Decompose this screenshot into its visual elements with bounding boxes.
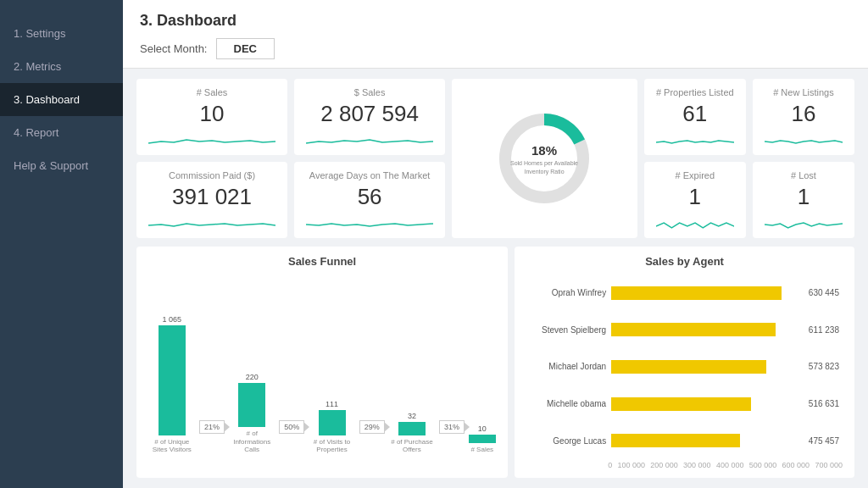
agent-val-2: 611 238 — [809, 325, 839, 335]
funnel-title: Sales Funnel — [148, 255, 496, 268]
agent-bar-1 — [611, 286, 781, 300]
metric-expired: # Expired 1 — [644, 162, 746, 238]
funnel-bar-4-rect — [398, 422, 426, 435]
funnel-bar-3-rect — [319, 410, 346, 435]
agent-bar-wrap-5 — [611, 434, 800, 447]
expired-value: 1 — [656, 184, 734, 210]
avg-days-value: 56 — [306, 184, 433, 210]
agent-bar-4 — [611, 397, 751, 411]
agent-bar-wrap-1 — [611, 286, 800, 300]
charts-row: Sales Funnel 1 065 # of Unique Sites Vis… — [136, 247, 854, 478]
sales-dollar-value: 2 807 594 — [306, 101, 433, 127]
lost-sparkline — [765, 216, 843, 233]
funnel-pct-2: 50% — [279, 420, 304, 434]
agent-bar-5 — [611, 434, 739, 447]
funnel-bar-5-label: # Sales — [470, 446, 493, 454]
page-title: 3. Dashboard — [140, 12, 851, 30]
dashboard-content: # Sales 10 $ Sales 2 807 594 — [123, 69, 868, 488]
donut-chart: 18% Sold Homes per Available Inventory R… — [452, 79, 637, 238]
funnel-bar-5-count: 10 — [478, 424, 487, 433]
funnel-pct-1: 21% — [199, 420, 225, 434]
agent-bar-wrap-3 — [611, 360, 800, 374]
sales-dollar-sparkline — [306, 133, 433, 150]
agent-name-1: Oprah Winfrey — [530, 288, 606, 297]
agent-bar-3 — [611, 360, 766, 374]
commission-value: 391 021 — [148, 184, 275, 210]
agent-name-5: George Lucas — [530, 436, 606, 446]
sales-dollar-label: $ Sales — [306, 87, 433, 97]
sidebar-item-help[interactable]: Help & Support — [0, 149, 123, 182]
metric-sales-count: # Sales 10 — [136, 79, 287, 155]
agent-row-3: Michael Jordan 573 823 — [530, 360, 839, 374]
sidebar-item-metrics[interactable]: 2. Metrics — [0, 50, 123, 83]
new-listings-value: 16 — [765, 101, 843, 127]
agent-row-2: Steven Spielberg 611 238 — [530, 323, 839, 336]
funnel-bar-3-count: 111 — [326, 400, 338, 408]
funnel-bar-4-count: 32 — [408, 412, 416, 420]
svg-text:Inventory Ratio: Inventory Ratio — [525, 169, 565, 175]
metric-properties-listed: # Properties Listed 61 — [644, 79, 746, 155]
funnel-bar-2-count: 220 — [246, 373, 259, 381]
main-content: 3. Dashboard Select Month: DEC # Sales 1… — [123, 0, 868, 488]
agent-row-1: Oprah Winfrey 630 445 — [530, 286, 839, 300]
expired-sparkline — [656, 216, 734, 233]
lost-label: # Lost — [765, 170, 843, 180]
month-value[interactable]: DEC — [216, 38, 275, 59]
sidebar-item-dashboard[interactable]: 3. Dashboard — [0, 83, 123, 116]
metrics-right-bottom: # Expired 1 # Lost 1 — [644, 162, 854, 238]
funnel-bar-3-label: # of Visits to Properties — [309, 438, 355, 454]
metrics-top-row: # Sales 10 $ Sales 2 807 594 — [136, 79, 854, 238]
properties-listed-sparkline — [656, 133, 734, 150]
avg-days-sparkline — [306, 216, 433, 233]
agent-val-3: 573 823 — [809, 362, 839, 371]
svg-text:Sold Homes per Available: Sold Homes per Available — [510, 160, 578, 167]
metric-sales-dollar: $ Sales 2 807 594 — [294, 79, 445, 155]
agent-chart-card: Sales by Agent Oprah Winfrey 630 445 Ste… — [515, 247, 854, 478]
sales-count-value: 10 — [148, 101, 275, 127]
lost-value: 1 — [765, 184, 843, 210]
commission-sparkline — [148, 216, 275, 233]
metrics-left-top: # Sales 10 $ Sales 2 807 594 — [136, 79, 445, 155]
funnel-bar-2-label: # of Informations Calls — [229, 430, 275, 454]
funnel-arrow-2: 50% — [279, 420, 304, 454]
sidebar: 1. Settings 2. Metrics 3. Dashboard 4. R… — [0, 0, 123, 488]
funnel-bar-5: 10 # Sales — [469, 424, 496, 454]
funnel-pct-4: 31% — [439, 420, 465, 434]
funnel-pct-3: 29% — [359, 420, 385, 434]
funnel-bar-2-rect — [238, 383, 265, 427]
funnel-bar-2: 220 # of Informations Calls — [229, 373, 275, 454]
agent-chart: Oprah Winfrey 630 445 Steven Spielberg 6… — [526, 274, 843, 459]
sidebar-item-settings[interactable]: 1. Settings — [0, 17, 123, 50]
metric-new-listings: # New Listings 16 — [753, 79, 854, 155]
sales-count-label: # Sales — [148, 87, 275, 97]
agent-row-4: Michelle obama 516 631 — [530, 397, 839, 411]
funnel-bar-1-label: # of Unique Sites Visitors — [148, 438, 195, 454]
metrics-left: # Sales 10 $ Sales 2 807 594 — [136, 79, 445, 238]
properties-listed-label: # Properties Listed — [656, 87, 734, 97]
agent-bar-wrap-2 — [611, 323, 800, 336]
page-header: 3. Dashboard Select Month: DEC — [123, 0, 868, 69]
metric-commission: Commission Paid ($) 391 021 — [136, 162, 287, 238]
metrics-right: # Properties Listed 61 # New Listings 16 — [644, 79, 854, 238]
agent-name-4: Michelle obama — [530, 399, 606, 408]
sidebar-item-report[interactable]: 4. Report — [0, 116, 123, 149]
agent-val-4: 516 631 — [809, 399, 839, 408]
funnel-chart-card: Sales Funnel 1 065 # of Unique Sites Vis… — [136, 247, 508, 478]
month-selector: Select Month: DEC — [140, 38, 851, 59]
funnel-bars-area: 1 065 # of Unique Sites Visitors 21% 220 — [148, 274, 496, 469]
agent-val-5: 475 457 — [809, 436, 839, 446]
new-listings-sparkline — [765, 133, 843, 150]
svg-text:18%: 18% — [531, 143, 557, 158]
agent-bar-2 — [611, 323, 776, 336]
avg-days-label: Average Days on The Market — [306, 170, 433, 180]
metrics-right-top: # Properties Listed 61 # New Listings 16 — [644, 79, 854, 155]
expired-label: # Expired — [656, 170, 734, 180]
funnel-bar-1-count: 1 065 — [163, 315, 182, 324]
agent-name-3: Michael Jordan — [530, 362, 606, 371]
agent-name-2: Steven Spielberg — [530, 325, 606, 335]
agent-row-5: George Lucas 475 457 — [530, 434, 839, 447]
metric-lost: # Lost 1 — [753, 162, 854, 238]
agent-title: Sales by Agent — [526, 255, 843, 268]
agent-bar-wrap-4 — [611, 397, 800, 411]
funnel-bar-1-rect — [159, 325, 186, 435]
